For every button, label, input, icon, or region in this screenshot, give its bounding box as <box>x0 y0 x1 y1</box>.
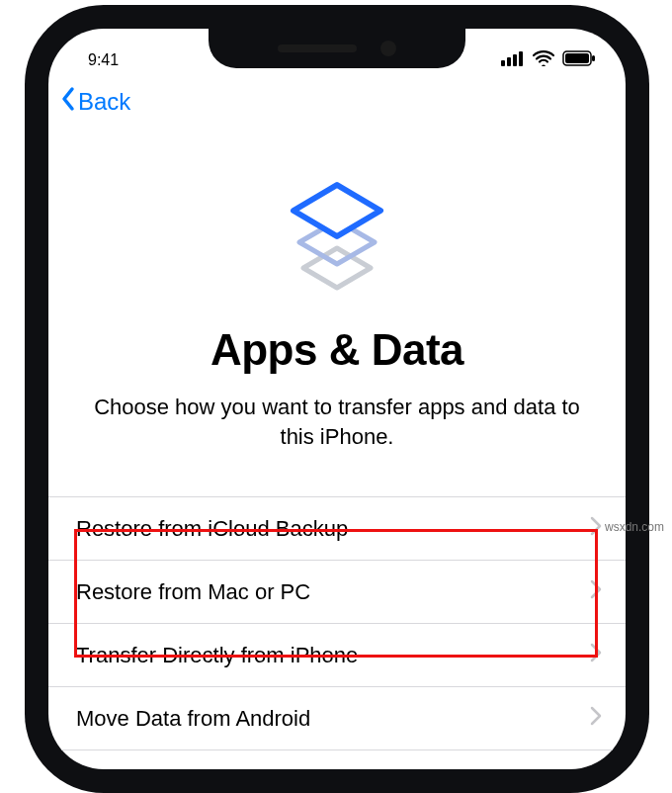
back-button[interactable]: Back <box>58 85 130 119</box>
watermark: wsxdn.com <box>605 520 664 534</box>
option-transfer-iphone[interactable]: Transfer Directly from iPhone <box>48 624 626 687</box>
chevron-right-icon <box>590 579 602 605</box>
page-title: Apps & Data <box>48 325 626 375</box>
chevron-left-icon <box>58 85 78 119</box>
cellular-signal-icon <box>501 50 525 70</box>
back-label: Back <box>78 88 130 116</box>
svg-rect-1 <box>507 57 511 66</box>
option-label: Restore from iCloud Backup <box>76 516 348 542</box>
option-label: Move Data from Android <box>76 706 310 732</box>
nav-bar: Back <box>48 74 626 130</box>
phone-notch <box>209 29 465 68</box>
wifi-icon <box>533 50 554 70</box>
option-label: Transfer Directly from iPhone <box>76 643 358 668</box>
page-subtitle: Choose how you want to transfer apps and… <box>94 393 580 451</box>
phone-screen: 9:41 <box>48 29 626 769</box>
svg-rect-5 <box>565 53 589 63</box>
option-restore-icloud[interactable]: Restore from iCloud Backup <box>48 497 626 561</box>
option-move-android[interactable]: Move Data from Android <box>48 687 626 750</box>
battery-icon <box>562 50 596 70</box>
chevron-right-icon <box>590 516 602 542</box>
svg-rect-2 <box>513 54 517 66</box>
apps-data-stack-icon <box>278 165 396 298</box>
chevron-right-icon <box>590 643 602 668</box>
options-list: Restore from iCloud Backup Restore from … <box>48 496 626 750</box>
hero-icon-area <box>48 165 626 298</box>
phone-frame: 9:41 <box>25 5 649 793</box>
svg-rect-3 <box>519 51 523 66</box>
svg-rect-6 <box>592 55 595 61</box>
chevron-right-icon <box>590 706 602 732</box>
svg-rect-0 <box>501 60 505 66</box>
status-time: 9:41 <box>88 51 119 69</box>
option-label: Restore from Mac or PC <box>76 579 310 605</box>
option-restore-mac-pc[interactable]: Restore from Mac or PC <box>48 561 626 624</box>
